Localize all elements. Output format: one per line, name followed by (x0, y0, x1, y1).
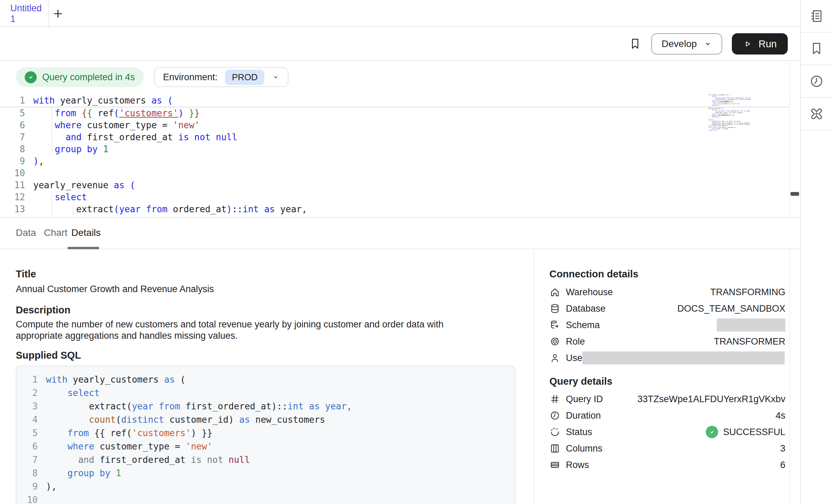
sidebar-button-compass[interactable] (801, 98, 832, 130)
supplied-sql-heading: Supplied SQL (16, 350, 81, 361)
detail-label: Query ID (566, 394, 603, 405)
code-line: 8 group by 1 (16, 467, 515, 480)
description-heading: Description (16, 304, 71, 316)
code-line: 9), (16, 480, 515, 493)
rows-icon (549, 459, 560, 470)
sidebar-button-bookmark[interactable] (801, 33, 832, 65)
code-line: 8 group by 1 (0, 143, 789, 155)
detail-label: Columns (566, 443, 603, 454)
sidebar-button-history[interactable] (801, 65, 832, 98)
line-number: 9 (0, 155, 25, 167)
detail-value: TRANSFORMING (710, 287, 785, 298)
develop-button[interactable]: Develop (651, 33, 722, 55)
result-tabs: DataChartDetails (0, 218, 800, 249)
code-line: 11yearly_revenue as ( (0, 179, 789, 191)
code-line: 6 where customer_type = 'new' (0, 119, 789, 131)
history-icon (809, 74, 824, 89)
scrollbar-thumb[interactable] (791, 192, 799, 196)
line-number: 3 (16, 400, 38, 413)
detail-value: DOCS_TEAM_SANDBOX (677, 303, 785, 314)
code-area: 1with yearly_customers as ( 5 from {{ re… (0, 95, 789, 215)
tab-title: Untitled 1 (10, 3, 42, 24)
new-tab-button[interactable] (51, 7, 64, 20)
detail-row-query-id: Query ID33TZseWpe1ALFDUYerxR1gVKxbv (549, 392, 785, 406)
title-value: Annual Customer Growth and Revenue Analy… (16, 284, 214, 295)
detail-value: 3 (780, 443, 785, 454)
detail-row-status: StatusSUCCESSFUL (549, 425, 785, 439)
detail-label: Warehouse (566, 287, 613, 298)
compass-icon (809, 106, 824, 121)
line-number: 5 (0, 107, 25, 119)
code-line: 4 count(distinct customer_id) as new_cus… (16, 413, 515, 427)
environment-label: Environment: (163, 72, 217, 83)
detail-label: Role (566, 336, 585, 347)
code-line: 13 extract(year from ordered_at)::int as… (0, 203, 789, 215)
tab-data[interactable]: Data (16, 227, 36, 238)
detail-row-rows: Rows6 (549, 458, 785, 472)
database-icon (549, 303, 560, 314)
line-number: 6 (0, 119, 25, 131)
code-line: 7 and first_ordered_at is not null (0, 131, 789, 143)
detail-row-role: RoleTRANSFORMER (549, 335, 785, 348)
line-number: 10 (16, 493, 38, 504)
line-number: 7 (0, 131, 25, 143)
role-icon (549, 336, 560, 347)
notebook-icon (809, 9, 824, 24)
chevron-down-icon (272, 73, 280, 81)
close-icon[interactable] (47, 9, 48, 18)
query-status-pill: Query completed in 4s (16, 67, 144, 87)
scroll-gutter (789, 61, 790, 504)
description-value: Compute the number of new customers and … (16, 319, 486, 341)
detail-row-database: DatabaseDOCS_TEAM_SANDBOX (549, 302, 785, 315)
detail-row-duration: Duration4s (549, 409, 785, 422)
line-number: 1 (0, 95, 25, 107)
environment-value-chip: PROD (225, 70, 264, 85)
status-row: Query completed in 4s Environment: PROD (16, 67, 288, 87)
bookmark-icon (809, 41, 824, 56)
sidebar-button-notebook[interactable] (801, 0, 832, 33)
code-line: 1with yearly_customers as ( (0, 95, 789, 107)
line-number: 6 (16, 440, 38, 453)
detail-label: Database (566, 303, 606, 314)
run-button[interactable]: Run (732, 33, 788, 55)
code-line: 2 select (16, 386, 515, 400)
warehouse-icon (549, 287, 560, 298)
line-number: 8 (16, 467, 38, 480)
query-status-text: Query completed in 4s (42, 72, 135, 83)
sticky-scope-line: 1with yearly_customers as ( (0, 95, 789, 107)
code-line: 10 (16, 493, 515, 504)
develop-label: Develop (662, 38, 697, 49)
detail-row-columns: Columns3 (549, 442, 785, 455)
detail-label: Schema (566, 320, 600, 331)
code-line: 9), (0, 155, 789, 167)
user-icon (549, 352, 560, 363)
redacted-value (717, 319, 785, 332)
tab-details[interactable]: Details (71, 227, 101, 238)
code-line: 1with yearly_customers as ( (16, 373, 515, 386)
success-check-icon (706, 426, 718, 438)
detail-label: Duration (566, 410, 601, 421)
editor-minimap[interactable]: with yearly_customers as ( select extrac… (709, 94, 751, 135)
tab-chart[interactable]: Chart (44, 227, 67, 238)
environment-selector[interactable]: Environment: PROD (154, 67, 288, 87)
columns-icon (549, 443, 560, 454)
detail-label: Rows (566, 460, 589, 470)
line-number: 5 (16, 427, 38, 440)
details-divider (534, 250, 534, 504)
play-icon (743, 39, 752, 49)
supplied-sql-block: 1with yearly_customers as (2 select3 ext… (16, 365, 515, 504)
detail-label: Status (566, 427, 592, 437)
detail-value: SUCCESSFUL (706, 426, 785, 438)
line-number: 2 (16, 386, 38, 400)
detail-value: TRANSFORMER (714, 336, 786, 347)
schema-icon (549, 320, 560, 331)
right-sidebar (800, 0, 832, 504)
detail-row-user: User (549, 351, 785, 365)
editor-lines: 5 from {{ ref('customers') }}6 where cus… (0, 107, 789, 215)
tab-untitled-1[interactable]: Untitled 1 (0, 0, 49, 27)
code-line: 10 (0, 167, 789, 179)
line-number: 11 (0, 179, 25, 191)
query-details-heading: Query details (549, 376, 613, 387)
sql-editor[interactable]: Query completed in 4s Environment: PROD … (0, 61, 789, 218)
bookmark-icon[interactable] (629, 37, 642, 50)
